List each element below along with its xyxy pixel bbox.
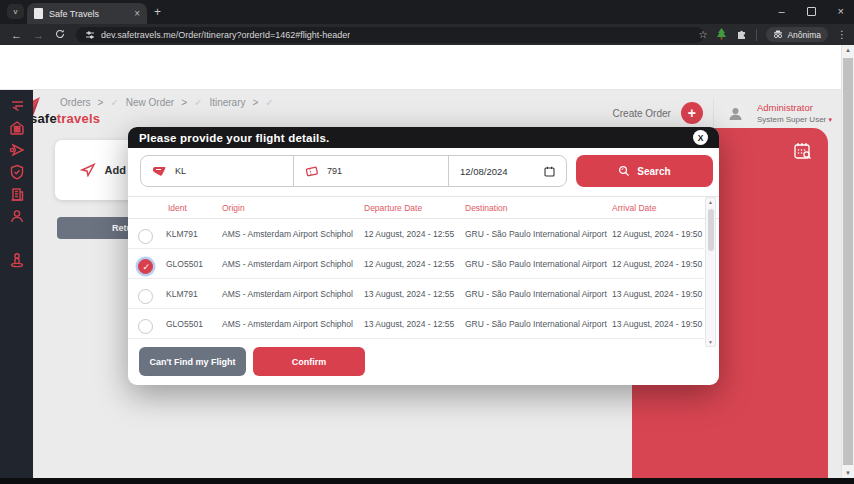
breadcrumb-check-icon: ✓ (194, 97, 202, 108)
col-origin: Origin (222, 203, 245, 213)
modal-title: Please provide your flight details. (139, 132, 329, 144)
reload-icon[interactable] (55, 29, 65, 41)
scroll-up-icon[interactable]: ▲ (706, 199, 715, 205)
flight-row[interactable]: GLO5501 AMS - Amsterdam Airport Schiphol… (128, 309, 704, 339)
browser-menu-icon[interactable]: ⋮ (837, 29, 847, 40)
cant-find-flight-button[interactable]: Can't Find my Flight (139, 347, 246, 376)
bookmark-star-icon[interactable]: ☆ (698, 29, 707, 40)
breadcrumb-orders[interactable]: Orders (60, 97, 91, 108)
window-close-button[interactable]: × (838, 5, 844, 17)
flight-radio[interactable] (138, 229, 153, 244)
page-scrollbar[interactable]: ▲ ▼ (841, 45, 854, 478)
header-divider (713, 99, 714, 127)
url-bar[interactable]: dev.safetravels.me/Order/Itinerary?order… (76, 27, 704, 43)
scrollbar-thumb[interactable] (708, 209, 714, 251)
toolbar-divider (756, 29, 757, 41)
cell-departure: 12 August, 2024 - 12:55 (364, 259, 454, 269)
flight-radio[interactable] (138, 259, 153, 274)
taskbar-strip (0, 478, 854, 484)
flight-table-body: KLM791 AMS - Amsterdam Airport Schiphol … (128, 219, 704, 339)
sidebar-collapse-icon[interactable] (6, 95, 28, 117)
scrollbar-thumb[interactable] (843, 58, 853, 465)
extension-tree-icon[interactable] (716, 26, 727, 44)
calendar-search-icon[interactable] (793, 141, 813, 161)
cell-ident: GLO5501 (166, 259, 203, 269)
cell-ident: KLM791 (166, 289, 198, 299)
user-role-dropdown[interactable]: System Super User ▾ (757, 115, 832, 124)
url-text: dev.safetravels.me/Order/Itinerary?order… (101, 30, 350, 40)
new-tab-button[interactable]: + (154, 5, 161, 19)
forward-icon[interactable]: → (33, 29, 44, 41)
cell-origin: AMS - Amsterdam Airport Schiphol (222, 319, 353, 329)
scroll-up-icon[interactable]: ▲ (842, 47, 854, 53)
sidebar-company-icon[interactable] (6, 183, 28, 205)
user-name: Administrator (757, 102, 832, 113)
cell-departure: 12 August, 2024 - 12:55 (364, 229, 454, 239)
flight-radio[interactable] (138, 289, 153, 304)
window-minimize-button[interactable]: – (778, 5, 784, 17)
flight-number-ticket-icon (305, 165, 319, 178)
sidebar-nav (0, 90, 33, 478)
profile-button[interactable]: Anônima (766, 27, 828, 42)
airline-code-input[interactable] (175, 166, 265, 176)
sidebar-users-icon[interactable] (6, 205, 28, 227)
sidebar-home-icon[interactable] (6, 117, 28, 139)
cell-destination: GRU - São Paulo International Airport (465, 259, 607, 269)
flight-row[interactable]: GLO5501 AMS - Amsterdam Airport Schiphol… (128, 249, 704, 279)
cell-origin: AMS - Amsterdam Airport Schiphol (222, 289, 353, 299)
user-avatar[interactable] (724, 102, 747, 125)
breadcrumb-check-icon: ✓ (265, 97, 273, 108)
breadcrumb-separator: > (253, 97, 259, 108)
sidebar-insurance-icon[interactable] (6, 161, 28, 183)
browser-tab[interactable]: Safe Travels × (27, 3, 147, 24)
date-picker-icon[interactable] (544, 166, 555, 177)
flight-row[interactable]: KLM791 AMS - Amsterdam Airport Schiphol … (128, 219, 704, 249)
tab-search-chevron-icon[interactable]: v (7, 4, 24, 19)
tab-close-icon[interactable]: × (134, 9, 140, 19)
create-order-button[interactable]: + (681, 102, 703, 124)
sidebar-itinerary-icon[interactable] (6, 139, 28, 161)
back-icon[interactable]: ← (11, 29, 22, 41)
flight-date-input[interactable]: 12/08/2024 (449, 156, 566, 186)
flight-search-bar: 12/08/2024 (140, 155, 567, 187)
col-destination: Destination (465, 203, 508, 213)
app-header: safetravels Create Order + Administrator… (0, 45, 854, 90)
col-ident: Ident (168, 203, 187, 213)
col-arrival: Arrival Date (612, 203, 656, 213)
sidebar-traveler-icon[interactable] (6, 249, 28, 271)
flight-row[interactable]: KLM791 AMS - Amsterdam Airport Schiphol … (128, 279, 704, 309)
send-icon (80, 163, 97, 177)
breadcrumb-new-order[interactable]: New Order (126, 97, 174, 108)
scroll-down-icon[interactable]: ▼ (706, 339, 715, 345)
breadcrumb-itinerary[interactable]: Itinerary (209, 97, 245, 108)
site-settings-icon[interactable] (85, 30, 95, 40)
cell-arrival: 12 August, 2024 - 19:50 (612, 229, 702, 239)
scroll-down-icon[interactable]: ▼ (842, 470, 854, 476)
cell-ident: KLM791 (166, 229, 198, 239)
extensions-puzzle-icon[interactable] (736, 26, 747, 44)
window-restore-button[interactable] (807, 7, 816, 16)
table-scrollbar[interactable]: ▲ ▼ (705, 197, 716, 347)
cell-destination: GRU - São Paulo International Airport (465, 229, 607, 239)
flight-details-modal: Please provide your flight details. X 12… (128, 127, 719, 385)
breadcrumb-separator: > (181, 97, 187, 108)
caret-down-icon: ▾ (828, 116, 832, 123)
cell-arrival: 12 August, 2024 - 19:50 (612, 259, 702, 269)
modal-header: Please provide your flight details. X (128, 127, 719, 148)
browser-tab-strip: v Safe Travels × + – × (0, 0, 854, 24)
flight-radio[interactable] (138, 319, 153, 334)
modal-close-button[interactable]: X (693, 130, 708, 145)
browser-toolbar: ← → dev.safetravels.me/Order/Itinerary?o… (0, 24, 854, 45)
flight-number-input[interactable] (327, 166, 417, 176)
cell-origin: AMS - Amsterdam Airport Schiphol (222, 259, 353, 269)
tab-favicon-icon (34, 8, 43, 19)
confirm-button[interactable]: Confirm (253, 347, 365, 376)
airline-icon (152, 165, 167, 177)
profile-label: Anônima (787, 30, 821, 40)
breadcrumb-separator: > (98, 97, 104, 108)
flight-date-value: 12/08/2024 (460, 166, 508, 177)
cell-destination: GRU - São Paulo International Airport (465, 289, 607, 299)
search-button[interactable]: Search (576, 155, 713, 187)
safetravels-logo[interactable]: safetravels (30, 111, 100, 126)
breadcrumb-check-icon: ✓ (110, 97, 118, 108)
